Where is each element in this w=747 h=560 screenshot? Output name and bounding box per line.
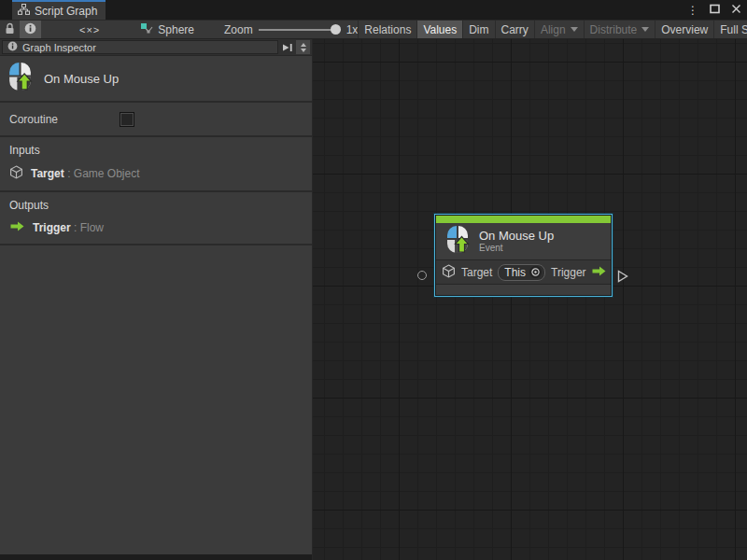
on-mouse-up-icon bbox=[445, 226, 470, 257]
graph-owner-icon bbox=[140, 22, 153, 37]
unit-title: On Mouse Up bbox=[44, 72, 119, 86]
node-port-row: Target This bbox=[436, 260, 611, 285]
code-icon: <×> bbox=[79, 24, 100, 35]
carry-button[interactable]: Carry bbox=[495, 21, 534, 38]
distribute-dropdown[interactable]: Distribute bbox=[584, 21, 655, 38]
chevron-down-icon bbox=[301, 49, 306, 52]
full-screen-button[interactable]: Full Screen bbox=[713, 21, 747, 38]
lock-button[interactable] bbox=[0, 21, 20, 38]
zoom-slider-track bbox=[259, 29, 341, 31]
port-name: Target bbox=[31, 167, 64, 180]
coroutine-label: Coroutine bbox=[9, 113, 58, 126]
target-value: This bbox=[504, 266, 526, 279]
port-type: : Flow bbox=[74, 221, 104, 234]
toolbar-left: <×> Sphere Zoom 1x bbox=[0, 21, 358, 38]
coroutine-row: Coroutine bbox=[0, 103, 312, 137]
event-color-bar bbox=[436, 216, 611, 223]
unit-header: On Mouse Up bbox=[0, 56, 312, 103]
node-header: On Mouse Up Event bbox=[436, 223, 611, 260]
cube-icon bbox=[442, 264, 456, 281]
coroutine-checkbox[interactable] bbox=[120, 112, 134, 127]
window-controls: ⋮ bbox=[685, 0, 743, 20]
values-button[interactable]: Values bbox=[416, 21, 462, 38]
outputs-section: Outputs Trigger : Flow bbox=[0, 192, 312, 245]
inputs-section: Inputs Target : Game Object bbox=[0, 137, 312, 192]
event-node-wrap: On Mouse Up Event Target bbox=[434, 214, 613, 297]
window-menu-icon[interactable]: ⋮ bbox=[685, 4, 700, 17]
tab-bar: Script Graph ⋮ bbox=[0, 0, 747, 20]
chevron-down-icon bbox=[641, 27, 649, 32]
port-name: Trigger bbox=[33, 221, 71, 234]
dim-button[interactable]: Dim bbox=[462, 21, 494, 38]
input-port-connector[interactable] bbox=[417, 271, 427, 280]
flow-arrow-icon bbox=[9, 220, 25, 235]
panel-bottom-edge bbox=[0, 554, 312, 560]
trigger-port-label: Trigger bbox=[551, 266, 586, 279]
tab-label: Script Graph bbox=[35, 5, 97, 18]
graph-inspector-panel: Graph Inspector bbox=[0, 39, 313, 560]
script-graph-icon bbox=[18, 4, 30, 18]
zoom-slider[interactable] bbox=[259, 20, 341, 39]
outputs-heading: Outputs bbox=[9, 199, 303, 212]
graph-toolbar: <×> Sphere Zoom 1x bbox=[0, 20, 747, 39]
inspector-title-field: Graph Inspector bbox=[2, 40, 278, 54]
input-row-target: Target : Game Object bbox=[9, 165, 303, 182]
maximize-icon[interactable] bbox=[707, 3, 722, 17]
distribute-label: Distribute bbox=[590, 23, 638, 36]
zoom-value: 1x bbox=[346, 23, 359, 36]
align-dropdown[interactable]: Align bbox=[534, 21, 584, 38]
lock-icon bbox=[5, 22, 15, 37]
script-graph-window: Script Graph ⋮ bbox=[0, 0, 747, 560]
relations-button[interactable]: Relations bbox=[358, 21, 416, 38]
breadcrumb-label: Sphere bbox=[158, 23, 194, 36]
inspector-title: Graph Inspector bbox=[22, 42, 96, 53]
info-icon bbox=[7, 41, 18, 53]
on-mouse-up-icon bbox=[7, 63, 33, 94]
node-subtitle: Event bbox=[479, 243, 554, 254]
scroll-spinner[interactable] bbox=[296, 40, 310, 54]
dock-right-icon bbox=[282, 42, 293, 53]
dock-right-button[interactable] bbox=[280, 39, 295, 55]
output-row-trigger: Trigger : Flow bbox=[9, 220, 303, 235]
node-title: On Mouse Up bbox=[479, 229, 554, 243]
overview-button[interactable]: Overview bbox=[655, 21, 713, 38]
on-mouse-up-node[interactable]: On Mouse Up Event Target bbox=[434, 214, 613, 297]
node-footer bbox=[436, 285, 611, 295]
breadcrumb[interactable]: Sphere bbox=[140, 21, 194, 38]
code-view-button[interactable]: <×> bbox=[75, 21, 105, 38]
close-icon[interactable] bbox=[728, 3, 743, 17]
tab-script-graph[interactable]: Script Graph bbox=[12, 0, 106, 20]
inspector-header-bar: Graph Inspector bbox=[0, 39, 312, 56]
inspector-empty-area bbox=[0, 245, 312, 554]
output-port-connector[interactable] bbox=[617, 270, 628, 286]
node-body: On Mouse Up Event Target bbox=[435, 215, 612, 296]
inputs-heading: Inputs bbox=[9, 144, 303, 157]
zoom-slider-knob[interactable] bbox=[331, 24, 341, 35]
zoom-label: Zoom bbox=[224, 23, 253, 36]
chevron-up-icon bbox=[301, 43, 306, 47]
toolbar-right: Relations Values Dim Carry Align Distrib… bbox=[358, 21, 747, 38]
zoom-control: Zoom 1x bbox=[224, 21, 358, 38]
inspector-toggle-button[interactable] bbox=[20, 21, 41, 38]
main-area: Graph Inspector bbox=[0, 39, 747, 560]
target-port-label: Target bbox=[461, 266, 492, 279]
cube-icon bbox=[9, 165, 23, 182]
graph-canvas[interactable]: On Mouse Up Event Target bbox=[313, 39, 747, 560]
align-label: Align bbox=[541, 23, 566, 36]
port-type: : Game Object bbox=[67, 167, 139, 180]
chevron-down-icon bbox=[571, 27, 578, 32]
info-icon bbox=[24, 22, 36, 37]
flow-arrow-icon bbox=[591, 265, 607, 280]
target-value-chip[interactable]: This bbox=[498, 264, 545, 281]
radio-target-icon bbox=[529, 266, 542, 278]
